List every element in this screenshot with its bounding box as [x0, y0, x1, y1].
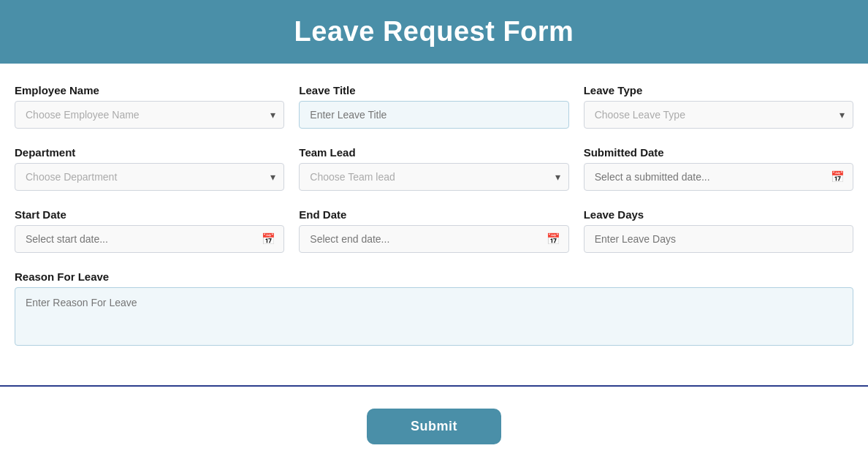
leave-type-select[interactable]: Choose Leave Type Annual Leave Sick Leav… — [584, 101, 853, 129]
department-select[interactable]: Choose Department Engineering Marketing … — [15, 163, 284, 191]
team-lead-select[interactable]: Choose Team lead John Smith Jane Doe Rob… — [299, 163, 568, 191]
team-lead-label: Team Lead — [299, 146, 568, 159]
submitted-date-group: Submitted Date 📅 — [584, 146, 853, 191]
submitted-date-wrapper: 📅 — [584, 163, 853, 191]
submitted-date-input[interactable] — [584, 163, 853, 191]
start-date-input[interactable] — [15, 225, 284, 253]
leave-title-input[interactable] — [299, 101, 568, 129]
team-lead-group: Team Lead Choose Team lead John Smith Ja… — [299, 146, 568, 191]
leave-days-group: Leave Days — [584, 208, 853, 253]
reason-for-leave-textarea[interactable] — [15, 287, 853, 346]
form-container: Employee Name Choose Employee Name ▾ Lea… — [0, 64, 868, 378]
employee-name-select[interactable]: Choose Employee Name — [15, 101, 284, 129]
employee-name-label: Employee Name — [15, 84, 284, 96]
department-label: Department — [15, 146, 284, 159]
form-title: Leave Request Form — [0, 16, 868, 48]
form-row-2: Department Choose Department Engineering… — [15, 146, 853, 191]
form-header: Leave Request Form — [0, 0, 868, 64]
leave-days-input[interactable] — [584, 225, 853, 253]
start-date-group: Start Date 📅 — [15, 208, 284, 253]
leave-type-label: Leave Type — [584, 84, 853, 96]
department-group: Department Choose Department Engineering… — [15, 146, 284, 191]
reason-for-leave-group: Reason For Leave — [15, 270, 853, 346]
end-date-group: End Date 📅 — [299, 208, 568, 253]
end-date-input[interactable] — [299, 225, 568, 253]
start-date-wrapper: 📅 — [15, 225, 284, 253]
form-row-3: Start Date 📅 End Date 📅 Leave Days — [15, 208, 853, 253]
submit-button[interactable]: Submit — [367, 409, 501, 444]
end-date-label: End Date — [299, 208, 568, 221]
form-row-4: Reason For Leave — [15, 270, 853, 346]
leave-days-label: Leave Days — [584, 208, 853, 221]
employee-name-group: Employee Name Choose Employee Name ▾ — [15, 84, 284, 129]
department-select-wrapper: Choose Department Engineering Marketing … — [15, 163, 284, 191]
leave-title-label: Leave Title — [299, 84, 568, 96]
team-lead-select-wrapper: Choose Team lead John Smith Jane Doe Rob… — [299, 163, 568, 191]
submit-row: Submit — [0, 401, 868, 459]
form-divider — [0, 385, 868, 387]
leave-type-group: Leave Type Choose Leave Type Annual Leav… — [584, 84, 853, 129]
end-date-wrapper: 📅 — [299, 225, 568, 253]
start-date-label: Start Date — [15, 208, 284, 221]
leave-type-select-wrapper: Choose Leave Type Annual Leave Sick Leav… — [584, 101, 853, 129]
reason-for-leave-label: Reason For Leave — [15, 270, 853, 283]
form-row-1: Employee Name Choose Employee Name ▾ Lea… — [15, 84, 853, 129]
leave-title-group: Leave Title — [299, 84, 568, 129]
employee-name-select-wrapper: Choose Employee Name ▾ — [15, 101, 284, 129]
submitted-date-label: Submitted Date — [584, 146, 853, 159]
